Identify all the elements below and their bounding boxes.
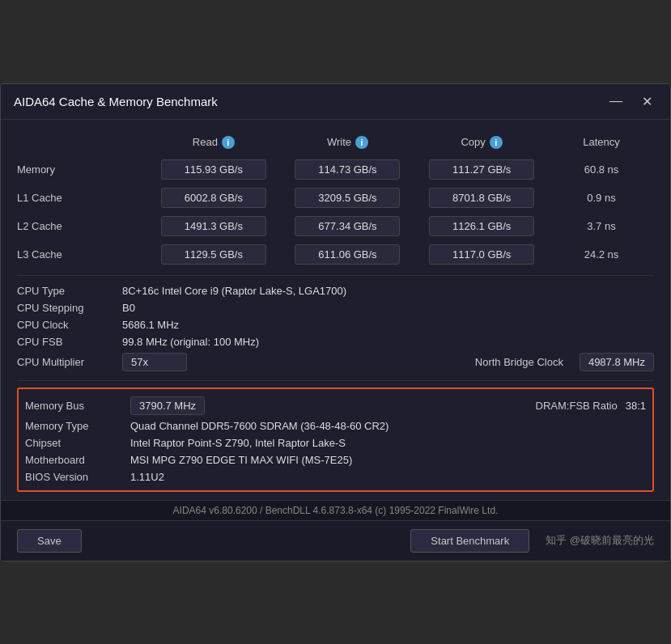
bios-value: 1.11U2: [130, 471, 646, 483]
header-copy: Copy i: [414, 136, 549, 149]
l1-copy-cell: 8701.8 GB/s: [414, 188, 549, 208]
watermark-text: 知乎 @破晓前最亮的光: [546, 533, 654, 548]
l2-copy-cell: 1126.1 GB/s: [414, 216, 549, 236]
l1-read-value: 6002.8 GB/s: [161, 188, 266, 208]
dram-fsb-label: DRAM:FSB Ratio: [536, 400, 618, 412]
memory-label: Memory: [17, 163, 147, 176]
memory-write-value: 114.73 GB/s: [295, 159, 400, 180]
divider-1: [17, 275, 654, 276]
cpu-multiplier-value: 57x: [122, 353, 187, 371]
chipset-value: Intel Raptor Point-S Z790, Intel Raptor …: [130, 437, 646, 449]
cpu-clock-row: CPU Clock 5686.1 MHz: [17, 316, 654, 333]
north-bridge-label: North Bridge Clock: [475, 356, 563, 368]
cpu-clock-label: CPU Clock: [17, 319, 122, 331]
chipset-row: Chipset Intel Raptor Point-S Z790, Intel…: [25, 434, 646, 451]
l3-latency-value: 24.2 ns: [549, 248, 654, 261]
bench-header: Read i Write i Copy i Latency: [17, 133, 654, 155]
motherboard-row: Motherboard MSI MPG Z790 EDGE TI MAX WIF…: [25, 451, 646, 468]
divider-2: [17, 380, 654, 381]
cpu-fsb-label: CPU FSB: [17, 336, 122, 348]
window-title: AIDA64 Cache & Memory Benchmark: [14, 95, 218, 108]
dram-fsb-section: DRAM:FSB Ratio 38:1: [536, 400, 646, 412]
copy-info-icon[interactable]: i: [490, 136, 503, 149]
status-bar: AIDA64 v6.80.6200 / BenchDLL 4.6.873.8-x…: [1, 500, 670, 520]
header-read: Read i: [147, 136, 281, 149]
cpu-multiplier-row: CPU Multiplier 57x North Bridge Clock 49…: [17, 350, 654, 374]
cpu-type-value: 8C+16c Intel Core i9 (Raptor Lake-S, LGA…: [122, 285, 346, 297]
l1-label: L1 Cache: [17, 192, 147, 204]
l2-label: L2 Cache: [17, 220, 147, 232]
memory-latency-value: 60.8 ns: [549, 163, 654, 176]
memory-type-value: Quad Channel DDR5-7600 SDRAM (36-48-48-6…: [130, 420, 646, 432]
l1-latency-value: 0.9 ns: [549, 192, 654, 204]
bios-row: BIOS Version 1.11U2: [25, 468, 646, 485]
header-latency: Latency: [549, 136, 654, 149]
l3-write-cell: 611.06 GB/s: [281, 244, 415, 265]
cpu-type-row: CPU Type 8C+16c Intel Core i9 (Raptor La…: [17, 282, 654, 299]
l1-write-cell: 3209.5 GB/s: [281, 188, 415, 208]
l2-latency-value: 3.7 ns: [549, 220, 654, 232]
north-bridge-section: North Bridge Clock 4987.8 MHz: [475, 353, 654, 371]
save-button[interactable]: Save: [17, 529, 82, 553]
write-info-icon[interactable]: i: [355, 136, 368, 149]
l1-write-value: 3209.5 GB/s: [295, 188, 400, 208]
cpu-multiplier-left: 57x: [122, 353, 475, 371]
cpu-multiplier-label: CPU Multiplier: [17, 356, 122, 368]
cpu-fsb-value: 99.8 MHz (original: 100 MHz): [122, 336, 259, 348]
north-bridge-value: 4987.8 MHz: [580, 353, 654, 371]
motherboard-value: MSI MPG Z790 EDGE TI MAX WIFI (MS-7E25): [130, 454, 646, 466]
memory-type-row: Memory Type Quad Channel DDR5-7600 SDRAM…: [25, 417, 646, 434]
header-empty: [17, 136, 147, 149]
memory-bus-left: 3790.7 MHz: [130, 396, 536, 415]
titlebar-controls: — ✕: [605, 92, 657, 111]
l2-write-value: 677.34 GB/s: [295, 216, 400, 236]
cpu-fsb-row: CPU FSB 99.8 MHz (original: 100 MHz): [17, 333, 654, 350]
titlebar: AIDA64 Cache & Memory Benchmark — ✕: [1, 84, 670, 120]
bios-label: BIOS Version: [25, 471, 130, 483]
l1-read-cell: 6002.8 GB/s: [147, 188, 281, 208]
read-info-icon[interactable]: i: [222, 136, 235, 149]
table-row: L1 Cache 6002.8 GB/s 3209.5 GB/s 8701.8 …: [17, 184, 654, 212]
motherboard-label: Motherboard: [25, 454, 130, 466]
chipset-label: Chipset: [25, 437, 130, 449]
memory-bus-row: Memory Bus 3790.7 MHz DRAM:FSB Ratio 38:…: [25, 394, 646, 417]
l2-read-value: 1491.3 GB/s: [161, 216, 266, 236]
l2-read-cell: 1491.3 GB/s: [147, 216, 281, 236]
memory-type-label: Memory Type: [25, 420, 130, 432]
cpu-stepping-label: CPU Stepping: [17, 302, 122, 314]
start-benchmark-button[interactable]: Start Benchmark: [410, 529, 529, 553]
main-window: AIDA64 Cache & Memory Benchmark — ✕ Read…: [0, 83, 671, 561]
cpu-clock-value: 5686.1 MHz: [122, 319, 179, 331]
status-text: AIDA64 v6.80.6200 / BenchDLL 4.6.873.8-x…: [173, 505, 499, 516]
memory-bus-value: 3790.7 MHz: [130, 396, 205, 415]
l2-write-cell: 677.34 GB/s: [281, 216, 415, 236]
l3-copy-value: 1117.0 GB/s: [429, 244, 534, 265]
memory-write-cell: 114.73 GB/s: [281, 159, 415, 180]
cpu-stepping-value: B0: [122, 302, 135, 314]
memory-bus-label: Memory Bus: [25, 400, 130, 412]
l3-copy-cell: 1117.0 GB/s: [414, 244, 549, 265]
highlighted-section: Memory Bus 3790.7 MHz DRAM:FSB Ratio 38:…: [17, 388, 654, 492]
l3-read-value: 1129.5 GB/s: [161, 244, 266, 265]
l3-read-cell: 1129.5 GB/s: [147, 244, 281, 265]
memory-copy-value: 111.27 GB/s: [429, 159, 534, 180]
minimize-button[interactable]: —: [605, 92, 627, 110]
bench-rows: Memory 115.93 GB/s 114.73 GB/s 111.27 GB…: [17, 155, 654, 269]
content-area: Read i Write i Copy i Latency Memory 115…: [1, 120, 670, 492]
cpu-stepping-row: CPU Stepping B0: [17, 299, 654, 316]
table-row: L2 Cache 1491.3 GB/s 677.34 GB/s 1126.1 …: [17, 212, 654, 240]
memory-read-cell: 115.93 GB/s: [147, 159, 281, 180]
l2-copy-value: 1126.1 GB/s: [429, 216, 534, 236]
cpu-type-label: CPU Type: [17, 285, 122, 297]
cpu-info-section: CPU Type 8C+16c Intel Core i9 (Raptor La…: [17, 282, 654, 374]
dram-fsb-value: 38:1: [626, 400, 646, 412]
l3-write-value: 611.06 GB/s: [295, 244, 400, 265]
close-button[interactable]: ✕: [637, 92, 657, 111]
table-row: L3 Cache 1129.5 GB/s 611.06 GB/s 1117.0 …: [17, 240, 654, 269]
memory-read-value: 115.93 GB/s: [161, 159, 266, 180]
l1-copy-value: 8701.8 GB/s: [429, 188, 534, 208]
header-write: Write i: [281, 136, 415, 149]
memory-copy-cell: 111.27 GB/s: [414, 159, 549, 180]
bottom-bar: Save Start Benchmark 知乎 @破晓前最亮的光: [1, 520, 670, 561]
table-row: Memory 115.93 GB/s 114.73 GB/s 111.27 GB…: [17, 155, 654, 184]
